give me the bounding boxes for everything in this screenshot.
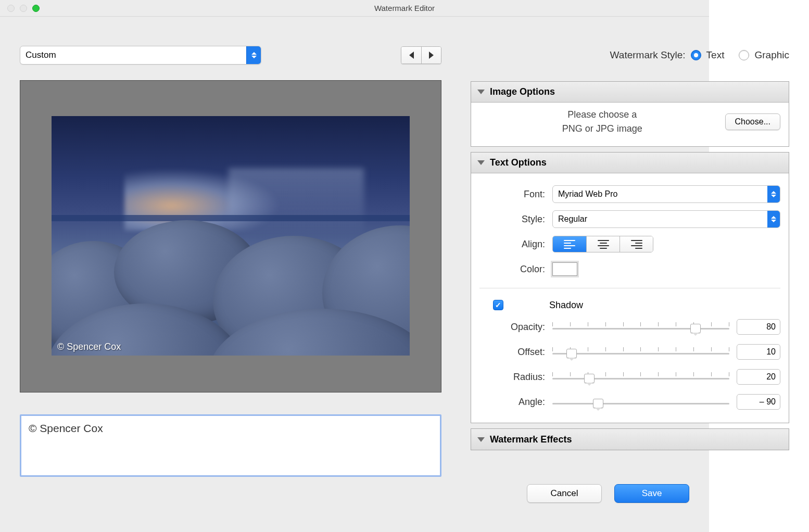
font-dropdown[interactable]: Myriad Web Pro: [552, 185, 780, 203]
triangle-left-icon: [409, 52, 414, 59]
watermark-style-row: Watermark Style: Text Graphic: [471, 46, 789, 65]
next-image-button[interactable]: [421, 47, 441, 64]
align-left-button[interactable]: [553, 236, 586, 252]
text-options-title: Text Options: [490, 157, 547, 168]
window-title: Watermark Editor: [0, 4, 809, 12]
offset-input[interactable]: [737, 344, 780, 360]
style-text-label: Text: [706, 49, 725, 61]
align-left-icon: [564, 240, 575, 249]
opacity-label: Opacity:: [479, 322, 552, 333]
radius-label: Radius:: [479, 372, 552, 383]
color-label: Color:: [479, 264, 552, 275]
watermark-effects-title: Watermark Effects: [490, 434, 572, 445]
image-options-panel: Image Options Please choose aPNG or JPG …: [471, 81, 789, 147]
align-right-button[interactable]: [620, 236, 653, 252]
radius-slider[interactable]: [552, 371, 729, 383]
angle-input[interactable]: [737, 394, 780, 410]
cancel-button[interactable]: Cancel: [527, 484, 602, 503]
angle-label: Angle:: [479, 397, 552, 408]
shadow-label: Shadow: [549, 300, 583, 311]
watermark-textarea[interactable]: © Spencer Cox: [29, 422, 433, 469]
titlebar: Watermark Editor: [0, 0, 809, 17]
angle-slider[interactable]: [552, 396, 729, 408]
align-center-icon: [598, 240, 609, 249]
align-segmented: [552, 236, 653, 252]
image-options-title: Image Options: [490, 86, 555, 97]
style-label: Style:: [479, 214, 552, 225]
disclosure-triangle-icon: [477, 90, 485, 94]
radius-input[interactable]: [737, 369, 780, 385]
watermark-preview-text: © Spencer Cox: [57, 341, 121, 352]
preview-area: © Spencer Cox: [20, 80, 441, 392]
chevron-updown-icon: [767, 211, 780, 227]
prev-image-button[interactable]: [401, 47, 421, 64]
align-label: Align:: [479, 239, 552, 250]
text-options-header[interactable]: Text Options: [471, 153, 789, 173]
font-label: Font:: [479, 189, 552, 200]
watermark-text-field[interactable]: © Spencer Cox: [20, 414, 441, 477]
chevron-updown-icon: [246, 46, 261, 64]
offset-label: Offset:: [479, 347, 552, 358]
image-options-header[interactable]: Image Options: [471, 82, 789, 103]
offset-slider[interactable]: [552, 346, 729, 358]
preview-image: © Spencer Cox: [52, 116, 410, 356]
style-graphic-label: Graphic: [754, 49, 789, 61]
align-right-icon: [631, 240, 642, 249]
font-value: Myriad Web Pro: [558, 189, 617, 199]
text-options-panel: Text Options Font: Myriad Web Pro Style:…: [471, 152, 789, 423]
disclosure-triangle-icon: [477, 437, 485, 442]
save-button[interactable]: Save: [614, 484, 689, 503]
font-style-dropdown[interactable]: Regular: [552, 210, 780, 228]
watermark-effects-header[interactable]: Watermark Effects: [471, 429, 789, 450]
opacity-input[interactable]: [737, 319, 780, 335]
disclosure-triangle-icon: [477, 160, 485, 165]
triangle-right-icon: [429, 52, 434, 59]
opacity-slider[interactable]: [552, 321, 729, 333]
preset-dropdown[interactable]: Custom: [20, 46, 261, 65]
font-style-value: Regular: [558, 214, 587, 224]
watermark-effects-panel: Watermark Effects: [471, 428, 789, 450]
color-swatch[interactable]: [552, 262, 577, 276]
footer: Cancel Save: [0, 484, 709, 503]
align-center-button[interactable]: [586, 236, 620, 252]
watermark-style-label: Watermark Style:: [610, 49, 686, 61]
preset-value: Custom: [26, 50, 56, 60]
choose-image-button[interactable]: Choose...: [725, 113, 780, 130]
shadow-checkbox[interactable]: ✓: [493, 300, 503, 310]
divider: [479, 288, 780, 288]
image-options-message: Please choose aPNG or JPG image: [479, 108, 725, 136]
chevron-updown-icon: [767, 186, 780, 202]
style-text-radio[interactable]: [691, 50, 701, 60]
style-graphic-radio[interactable]: [739, 50, 749, 60]
preview-nav: [401, 46, 441, 64]
